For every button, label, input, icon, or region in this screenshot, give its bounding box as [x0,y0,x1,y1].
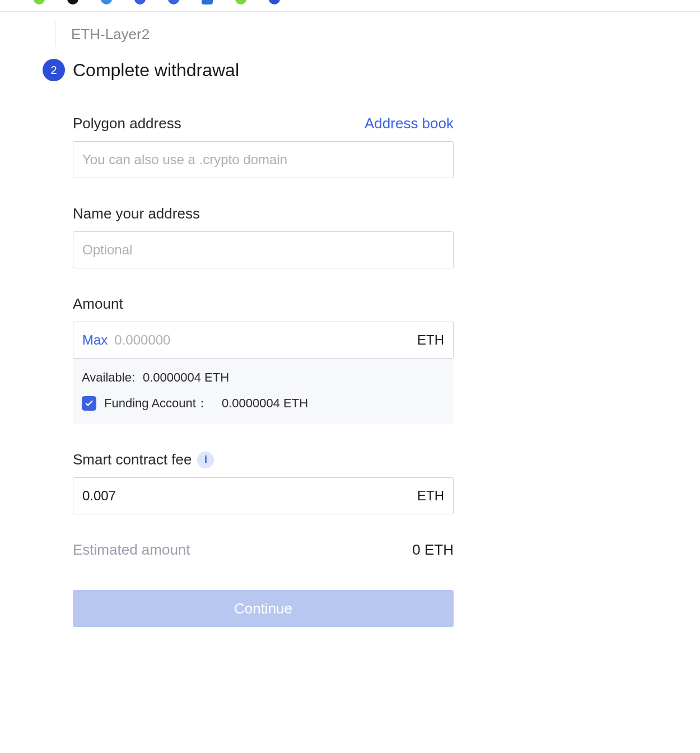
amount-input-wrap: Max ETH [73,322,454,359]
browser-tab-icons [0,0,700,4]
funding-account-row: Funding Account： 0.0000004 ETH [82,395,445,412]
funding-account-label: Funding Account： [104,395,208,412]
fee-input[interactable] [82,488,410,504]
check-icon [85,399,94,408]
fee-field-block: Smart contract fee i ETH [73,451,454,514]
available-value: 0.0000004 ETH [143,370,229,385]
info-icon[interactable]: i [197,452,214,468]
estimated-label: Estimated amount [73,541,190,559]
address-book-link[interactable]: Address book [365,115,454,132]
amount-label: Amount [73,295,123,313]
address-label: Polygon address [73,115,181,132]
estimated-value: 0 ETH [412,541,454,559]
fee-label: Smart contract fee i [73,451,214,468]
breadcrumb-divider [55,22,55,47]
step-number-badge: 2 [43,59,65,81]
address-field-block: Polygon address Address book [73,115,454,178]
available-row: Available: 0.0000004 ETH [82,370,445,385]
amount-field-block: Amount Max ETH [73,295,454,359]
max-button[interactable]: Max [82,332,108,348]
amount-input[interactable] [114,332,410,348]
breadcrumb-row: ETH-Layer2 [55,12,588,59]
fee-unit: ETH [417,488,444,504]
amount-unit: ETH [417,332,444,348]
name-label: Name your address [73,205,200,222]
funding-account-checkbox[interactable] [82,396,96,411]
breadcrumb-text: ETH-Layer2 [71,26,150,43]
name-field-block: Name your address [73,205,454,268]
continue-button[interactable]: Continue [73,590,454,627]
fee-input-wrap: ETH [73,477,454,514]
funding-account-value: 0.0000004 ETH [222,396,308,411]
estimated-row: Estimated amount 0 ETH [73,541,454,559]
step-title: Complete withdrawal [73,60,239,81]
name-input[interactable] [73,231,454,268]
address-input[interactable] [73,141,454,178]
amount-info-panel: Available: 0.0000004 ETH Funding Account… [73,358,454,424]
available-label: Available: [82,370,135,385]
step-number: 2 [50,64,57,77]
step-header: 2 Complete withdrawal [43,59,588,81]
fee-label-text: Smart contract fee [73,451,192,468]
